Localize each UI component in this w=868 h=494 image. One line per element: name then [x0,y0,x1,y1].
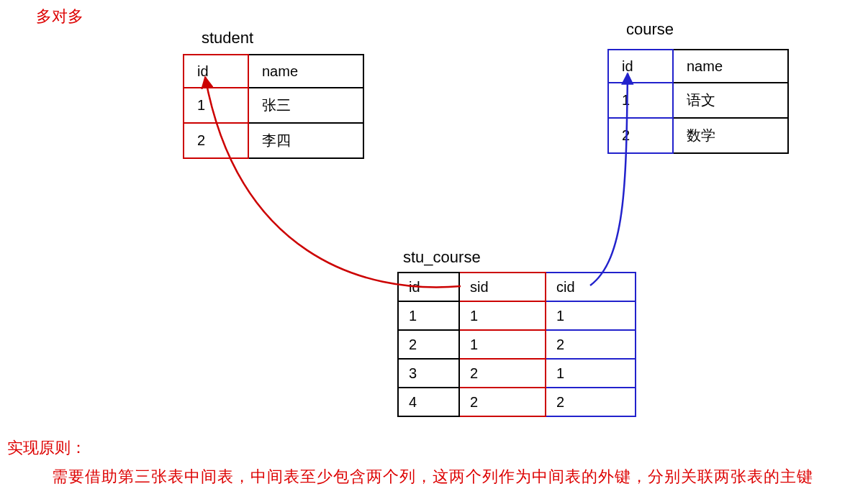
table-row: 1 语文 [608,83,788,118]
diagram-title: 多对多 [36,6,83,27]
stucourse-header-id: id [398,273,459,301]
cell: 2 [546,388,636,416]
cell: 2 [459,359,546,388]
table-row: id name [184,55,363,88]
principle-text: 需要借助第三张表中间表，中间表至少包含两个列，这两个列作为中间表的外键，分别关联… [52,466,813,488]
stucourse-table-label: stu_course [403,248,481,267]
cell: 2 [398,330,459,359]
cell: 2 [546,330,636,359]
cell: 语文 [673,83,788,118]
course-header-id: id [608,50,673,83]
stucourse-header-cid: cid [546,273,636,301]
cell: 3 [398,359,459,388]
table-row: id sid cid [398,273,636,301]
cell: 数学 [673,118,788,153]
cell: 1 [459,330,546,359]
cell: 2 [184,123,248,158]
table-row: 1 张三 [184,88,363,123]
student-header-id: id [184,55,248,88]
cell: 1 [459,301,546,330]
table-row: 2 数学 [608,118,788,153]
cell: 2 [459,388,546,416]
cell: 李四 [248,123,363,158]
student-table-label: student [202,29,253,47]
student-header-name: name [248,55,363,88]
table-row: 2 1 2 [398,330,636,359]
stucourse-header-sid: sid [459,273,546,301]
course-header-name: name [673,50,788,83]
course-table: id name 1 语文 2 数学 [607,49,789,154]
cell: 1 [608,83,673,118]
student-table: id name 1 张三 2 李四 [183,54,364,159]
cell: 2 [608,118,673,153]
cell: 张三 [248,88,363,123]
cell: 1 [546,359,636,388]
principle-label: 实现原则： [7,437,86,459]
table-row: 2 李四 [184,123,363,158]
table-row: 4 2 2 [398,388,636,416]
cell: 1 [398,301,459,330]
cell: 1 [184,88,248,123]
stucourse-table: id sid cid 1 1 1 2 1 2 3 2 1 4 2 2 [397,272,636,417]
course-table-label: course [626,20,674,39]
table-row: 3 2 1 [398,359,636,388]
table-row: 1 1 1 [398,301,636,330]
table-row: id name [608,50,788,83]
diagram-canvas: 多对多 student id name 1 张三 2 李四 course id … [0,0,868,494]
cell: 4 [398,388,459,416]
cell: 1 [546,301,636,330]
